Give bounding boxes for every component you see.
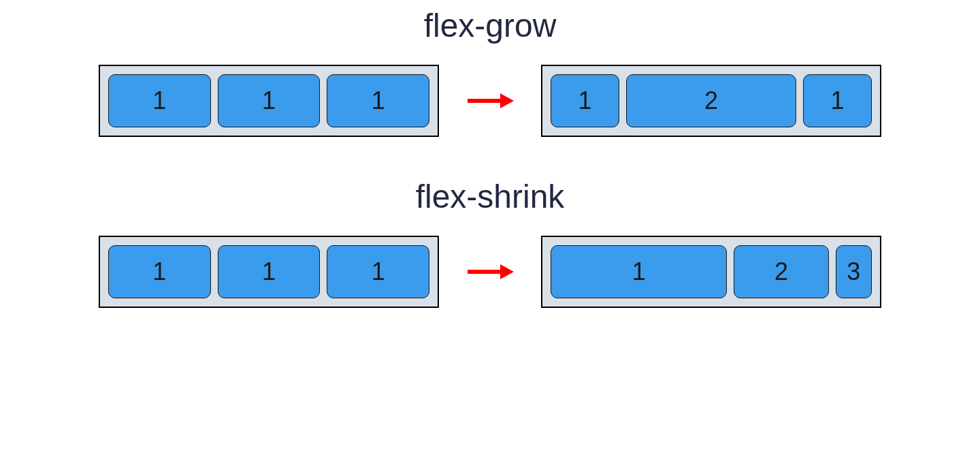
arrow-right-icon [466,91,514,111]
grow-after-container: 1 2 1 [541,65,881,137]
flex-grow-row: 1 1 1 1 2 1 [0,65,980,137]
grow-before-item-3: 1 [327,74,429,127]
shrink-before-item-3: 1 [327,245,429,298]
svg-marker-3 [500,264,514,279]
shrink-before-item-2: 1 [218,245,321,298]
shrink-after-item-3: 3 [836,245,872,298]
section-title-grow: flex-grow [424,7,557,44]
grow-after-item-2: 2 [626,74,796,127]
grow-before-item-1: 1 [108,74,211,127]
grow-after-item-1: 1 [551,74,619,127]
shrink-after-container: 1 2 3 [541,236,881,308]
shrink-before-item-1: 1 [108,245,211,298]
flex-grow-section: flex-grow 1 1 1 1 2 1 [0,7,980,178]
svg-marker-1 [500,93,514,108]
grow-before-item-2: 1 [218,74,321,127]
shrink-after-item-1: 1 [551,245,727,298]
shrink-after-item-2: 2 [734,245,828,298]
shrink-before-container: 1 1 1 [99,236,439,308]
grow-after-item-3: 1 [803,74,872,127]
section-title-shrink: flex-shrink [416,178,565,215]
flex-shrink-row: 1 1 1 1 2 3 [0,236,980,308]
grow-before-container: 1 1 1 [99,65,439,137]
arrow-right-icon [466,262,514,282]
flex-shrink-section: flex-shrink 1 1 1 1 2 3 [0,178,980,349]
